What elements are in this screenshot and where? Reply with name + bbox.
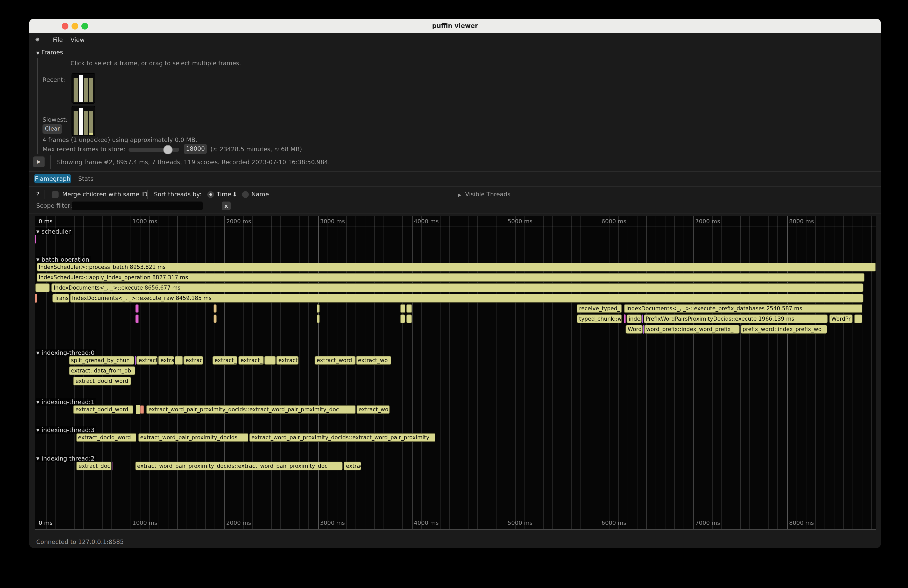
scope-bar[interactable]: extract_wo [356,356,391,365]
sort-by-name-radio[interactable] [242,191,249,198]
scope-bar[interactable] [138,405,140,414]
scope-bar[interactable]: Word [626,325,642,334]
scope-bar[interactable]: extract_ [213,356,238,365]
scope-bar[interactable]: extract_doc [76,462,111,471]
theme-icon[interactable]: ✳ [35,33,40,47]
thread-name: batch-operation [42,256,89,263]
merge-children-checkbox[interactable] [52,191,59,198]
scope-bar[interactable] [643,325,644,334]
flamegraph-canvas[interactable]: 0 ms0 ms1000 ms1000 ms2000 ms2000 ms3000… [35,216,876,529]
scope-bar[interactable]: extract_word_pair_proximity_docids::extr… [135,462,343,471]
tab-flamegraph[interactable]: Flamegraph [34,174,71,183]
scope-bar[interactable]: extract [276,356,298,365]
scope-bar[interactable] [147,315,147,323]
scope-bar[interactable]: extract_word_pair_proximity_docids::extr… [249,433,435,442]
scope-bar[interactable] [400,304,406,313]
scope-bar[interactable]: extract_word_pair_proximity_docids [138,433,248,442]
scope-bar[interactable] [406,304,412,313]
scope-bar[interactable] [147,304,147,313]
scope-bar[interactable]: IndexDocuments<_, _>::execute 8656.677 m… [52,283,863,292]
frames-collapse-header[interactable]: ▼ Frames [36,49,63,56]
scope-bar[interactable]: extract_word [315,356,355,365]
scope-bar[interactable]: extract_docid_word [73,405,133,414]
thread-header-batch-operation[interactable]: ▼batch-operation [36,256,91,263]
menu-file[interactable]: File [53,33,63,47]
scope-bar[interactable]: receive_typed_ [577,304,622,313]
axis-tick-label: 1000 ms [132,218,157,225]
scope-bar[interactable]: extrac [344,462,361,471]
max-frames-slider-knob[interactable] [163,145,172,154]
recent-frames-thumbnail[interactable] [71,73,95,104]
clear-filter-button[interactable]: x [222,201,231,210]
scope-bar[interactable]: IndexDocuments<_, _>::execute_raw 8459.1… [70,294,863,302]
scope-bar[interactable]: extract_word_pair_proximity_docids::extr… [147,405,356,414]
scope-bar[interactable]: prefix_word::index_prefix_wo [741,325,827,334]
visible-threads-header[interactable]: ▶ Visible Threads [458,191,510,198]
scope-bar[interactable]: WordPr [829,315,853,323]
frame-bar-accent [89,133,93,135]
scope-bar[interactable] [264,356,276,365]
frame-bar[interactable] [89,111,93,135]
frame-bar[interactable] [84,111,88,135]
scope-bar[interactable]: extract_wo [357,405,390,414]
scope-filter-input[interactable] [72,201,203,210]
scope-bar[interactable]: Trans [52,294,69,302]
scope-bar[interactable] [135,315,139,323]
scope-bar[interactable] [624,315,626,323]
scope-bar[interactable] [316,315,319,323]
scope-bar[interactable]: extract [137,356,158,365]
thread-header-indexing-thread-3[interactable]: ▼indexing-thread:3 [36,426,96,434]
scope-bar[interactable]: PrefixWordPairsProximityDocids::execute … [644,315,828,323]
scope-bar[interactable] [35,235,35,244]
scope-bar[interactable]: extrac [184,356,203,365]
scope-bar[interactable] [406,315,412,323]
scope-bar[interactable]: word_prefix::index_word_prefix_ [644,325,740,334]
sort-by-time-radio[interactable] [207,191,214,198]
scope-bar[interactable]: extract_docid_word [73,377,131,386]
thread-header-indexing-thread-2[interactable]: ▼indexing-thread:2 [36,455,96,462]
scope-bar[interactable] [140,405,144,414]
scope-bar[interactable] [135,356,135,365]
thread-header-indexing-thread-0[interactable]: ▼indexing-thread:0 [36,349,96,357]
frame-bar[interactable] [79,75,83,102]
scope-bar[interactable] [35,283,50,292]
scope-bar[interactable] [400,315,406,323]
scope-bar[interactable] [213,315,216,323]
scope-bar[interactable]: split_grenad_by_chun [69,356,135,365]
scope-bar[interactable]: extra [158,356,174,365]
tab-stats[interactable]: Stats [78,175,93,182]
scope-bar[interactable]: extract_ [238,356,264,365]
scope-bar[interactable] [642,315,643,323]
slowest-frames-thumbnail[interactable] [71,106,95,136]
sort-direction-arrow-icon[interactable]: ⬇ [232,191,237,198]
frame-bar[interactable] [74,111,78,135]
frame-bar[interactable] [84,78,88,102]
scope-bar[interactable]: IndexDocuments<_, _>::execute_prefix_dat… [624,304,863,313]
clear-button[interactable]: Clear [42,124,62,134]
thread-header-indexing-thread-1[interactable]: ▼indexing-thread:1 [36,398,96,406]
play-button[interactable]: ▶ [33,156,45,167]
controls-divider [147,190,148,199]
scope-bar[interactable] [35,294,37,302]
scope-bar[interactable]: extract_docid_word [76,433,137,442]
scope-bar[interactable]: index [626,315,641,323]
scope-bar[interactable] [213,304,216,313]
menu-view[interactable]: View [71,33,85,47]
frame-bar[interactable] [74,78,78,102]
scope-bar[interactable] [316,304,319,313]
frame-bar[interactable] [79,108,83,135]
scope-bar[interactable] [112,462,113,471]
scope-bar[interactable] [854,315,862,323]
scope-bar[interactable] [135,304,139,313]
frame-bar[interactable] [89,78,93,102]
scope-bar[interactable]: typed_chunk::w [577,315,622,323]
scope-bar[interactable]: IndexScheduler>::apply_index_operation 8… [37,273,865,282]
axis-tick-label: 0 ms [39,520,53,526]
help-button[interactable]: ? [36,191,39,198]
max-frames-value[interactable]: 18000 [184,144,207,154]
scope-bar[interactable] [175,356,183,365]
scope-bar[interactable]: IndexScheduler>::process_batch 8953.821 … [37,263,876,272]
scope-bar[interactable]: extract::data_from_ob [69,366,135,375]
scope-bar[interactable] [136,405,138,414]
thread-header-scheduler[interactable]: ▼scheduler [36,228,72,235]
